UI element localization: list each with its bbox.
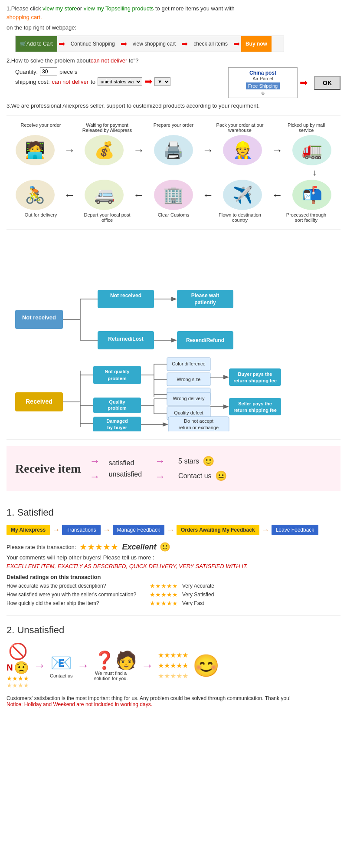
qty-row: Quantity: piece s xyxy=(15,67,219,76)
cart-step-label: check all items xyxy=(193,41,228,47)
s1-prefix: 1.Please click xyxy=(7,5,43,12)
unsat-step-3: ★★★★★ ★★★★★ ★★★★★ xyxy=(158,650,188,681)
sat-arrow3: → xyxy=(155,455,165,467)
svg-text:return or exchange: return or exchange xyxy=(179,425,219,430)
view-store-link[interactable]: view my store xyxy=(43,5,77,12)
s2-title: 2.How to solve the problem aboutcan not … xyxy=(7,56,340,66)
proc-icon-7: 🏢 xyxy=(154,180,193,210)
svg-text:Do not accept: Do not accept xyxy=(184,418,213,424)
qty-input[interactable] xyxy=(40,67,57,76)
nav-step-trans[interactable]: Transactions xyxy=(62,525,100,535)
nav-step-feedback[interactable]: Manage Feedback xyxy=(113,525,164,535)
notice-section: Customers' satisfaction is the most impo… xyxy=(7,695,340,707)
buy-now-label: Buy now xyxy=(246,41,267,47)
arrow4: ➡ xyxy=(233,39,240,49)
ship-method-select[interactable]: ▼ xyxy=(154,77,170,86)
excellent-emoji: 🙂 xyxy=(160,542,170,552)
svg-text:return shipping fee: return shipping fee xyxy=(233,408,277,413)
cart-step-buy[interactable]: Buy now xyxy=(241,36,272,52)
rating1-label: How accurate was the product description… xyxy=(7,583,145,589)
shopping-cart-text: shopping cart. xyxy=(7,14,42,20)
proc-arrow-rev-1: ← xyxy=(133,188,144,202)
example-comment: EXCELLENT ITEM, EXACTLY AS DESCRIBED, QU… xyxy=(7,563,340,569)
s2-inner: Quantity: piece s shipping cost: can not… xyxy=(7,67,340,98)
sat-arrow1: → xyxy=(90,455,100,467)
free-shipping-badge: Free Shipping xyxy=(246,82,280,89)
proc-label-7: Clear Customs xyxy=(150,212,197,217)
contact-us-label: Contact us xyxy=(178,472,211,480)
ship-arrow1: ➡ xyxy=(144,76,152,87)
steps-nav: My Aliexpress → Transactions → Manage Fe… xyxy=(7,525,340,535)
proc-icon-3: 👷 xyxy=(223,135,262,165)
svg-text:by buyer: by buyer xyxy=(107,425,128,430)
china-post-box: China post Air Parcel Free Shipping ⊕ xyxy=(228,67,298,98)
china-post-sub: Air Parcel xyxy=(233,76,293,81)
rate-label: Please rate this transaction: xyxy=(7,544,76,550)
svg-text:Wrong size: Wrong size xyxy=(177,377,201,382)
proc-icon-6: 🚐 xyxy=(85,180,124,210)
section1: 1.Please click view my storeor view my T… xyxy=(7,4,340,52)
satisfied-title: 1. Satisfied xyxy=(7,507,340,518)
proc-arrow-rev-3: ← xyxy=(272,188,283,202)
nav-step-orders[interactable]: Orders Awaiting My Feedback xyxy=(177,525,259,535)
ok-button[interactable]: OK xyxy=(314,76,340,90)
unsat-step-4: 😊 xyxy=(193,653,219,678)
svg-text:Buyer pays the: Buyer pays the xyxy=(238,372,272,377)
rating3-value: Very Fast xyxy=(182,600,204,606)
ship-row: shipping cost: can not deliver to unied … xyxy=(15,76,219,87)
svg-text:problem: problem xyxy=(108,376,127,381)
svg-text:Received: Received xyxy=(26,398,52,405)
svg-text:Not received: Not received xyxy=(110,293,141,299)
svg-text:Damaged: Damaged xyxy=(106,418,128,424)
ratings-title: Detailed ratings on this transaction xyxy=(7,574,340,580)
cart-step-add: 🛒 Add to Cart xyxy=(16,36,57,52)
ratings-table: Detailed ratings on this transaction How… xyxy=(7,574,340,607)
rate-row: Please rate this transaction: ★★★★★ Exce… xyxy=(7,542,340,552)
proc-label-8: Flown to destination country xyxy=(214,212,266,223)
proc-icon-0: 🧑‍💻 xyxy=(16,135,55,165)
ship-via-select[interactable]: unied states via xyxy=(98,77,142,86)
unsat-arrow-2: → xyxy=(141,659,154,673)
proc-icon-8: ✈️ xyxy=(223,180,262,210)
cart-step-view: view shopping cart xyxy=(128,36,180,52)
svg-rect-57 xyxy=(229,398,281,415)
proc-icon-9: 📬 xyxy=(292,180,331,210)
proc-icon-2: 🖨️ xyxy=(154,135,193,165)
svg-text:return shipping fee: return shipping fee xyxy=(233,378,277,383)
flowchart-svg: Not received Not received Please wait pa… xyxy=(7,236,336,431)
comments-prompt: Your comments will help other buyers! Pl… xyxy=(7,554,340,561)
proc-down-arrow: ↓ xyxy=(7,168,340,178)
svg-marker-56 xyxy=(223,404,229,409)
svg-text:Quality: Quality xyxy=(109,399,125,404)
unsatisfied-label: unsatisfied xyxy=(109,470,142,478)
svg-text:Returned/Lost: Returned/Lost xyxy=(108,336,143,342)
satisfaction-banner: Receive item → → satisfied unsatisfied →… xyxy=(7,446,340,491)
view-topselling-link[interactable]: view my Topselling products xyxy=(84,5,154,12)
cart-step-label: Add to Cart xyxy=(26,41,53,47)
unsat-step-2: ❓🧑 We must find a solution for you. xyxy=(94,650,137,681)
cart-step-label: view shopping cart xyxy=(133,41,176,47)
svg-marker-16 xyxy=(171,338,177,342)
nav-step-leave[interactable]: Leave Feedback xyxy=(272,525,319,535)
unsat-title: 2. Unsatisfied xyxy=(7,625,340,636)
happy-emoji: 🙂 xyxy=(203,456,214,467)
arrow3: ➡ xyxy=(181,39,188,49)
sat-arrow2: → xyxy=(90,470,100,483)
arrow1: ➡ xyxy=(59,39,65,49)
rating2-label: How satisfied were you with the seller's… xyxy=(7,592,145,598)
piece-label: piece s xyxy=(59,69,77,75)
qty-label: Quantity: xyxy=(15,69,38,75)
nav-arrow-2: → xyxy=(167,526,174,535)
nav-step-myali[interactable]: My Aliexpress xyxy=(7,525,50,535)
proc-arrow-rev-2: ← xyxy=(203,188,214,202)
s3-text: 3.We are professional Aliexpress seller,… xyxy=(7,102,340,109)
unsatisfied-section: 2. Unsatisfied 🚫 N 😟 ★★★★ ★★★★ → 📧 Conta xyxy=(7,625,340,707)
s2-left: Quantity: piece s shipping cost: can not… xyxy=(7,67,219,87)
arrow2: ➡ xyxy=(121,39,127,49)
section2: 2.How to solve the problem aboutcan not … xyxy=(7,56,340,99)
svg-text:Not quality: Not quality xyxy=(105,369,130,374)
svg-text:Resend/Refund: Resend/Refund xyxy=(186,337,224,343)
sat-arrow4: → xyxy=(155,470,165,483)
proc-label-1: Waiting for payment Released by Aliexpre… xyxy=(81,122,133,133)
china-post-title: China post xyxy=(233,70,293,76)
